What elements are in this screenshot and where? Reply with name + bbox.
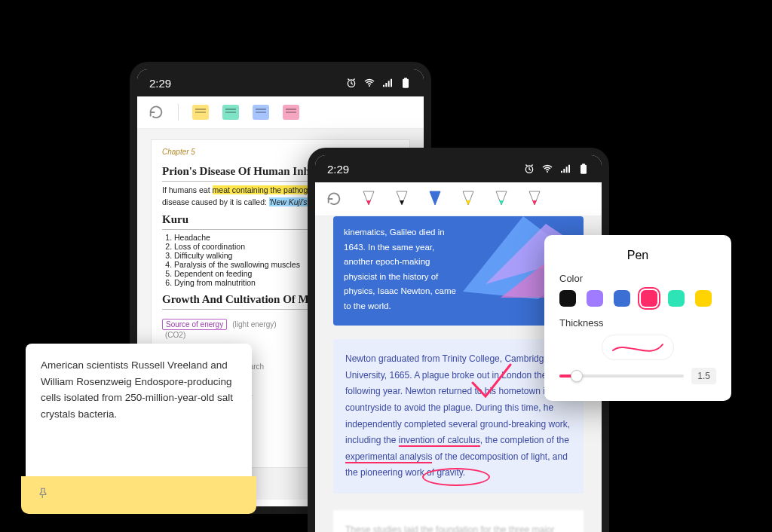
svg-marker-18	[466, 200, 470, 205]
signal-icon	[381, 77, 394, 89]
status-time: 2:29	[327, 163, 349, 176]
alarm-icon	[345, 77, 357, 89]
svg-point-9	[547, 171, 548, 173]
color-row	[559, 290, 716, 307]
sticky-color-yellow[interactable]	[192, 105, 209, 120]
thickness-curve-icon	[611, 340, 664, 355]
wifi-icon	[363, 77, 375, 89]
svg-marker-16	[430, 191, 440, 205]
pin-icon[interactable]	[36, 487, 50, 500]
status-icons	[345, 77, 412, 89]
color-swatch-yellow[interactable]	[695, 290, 712, 307]
svg-rect-10	[581, 165, 587, 174]
signal-icon	[559, 163, 571, 175]
undo-icon[interactable]	[326, 191, 342, 207]
status-time: 2:29	[149, 77, 171, 90]
status-bar: 2:29	[315, 155, 602, 182]
alarm-icon	[523, 163, 535, 175]
highlighter-toolbar	[137, 96, 424, 129]
blue-card-text: kinematics, Galileo died in 1643. In the…	[344, 225, 457, 313]
svg-marker-15	[400, 200, 404, 205]
svg-marker-22	[532, 200, 537, 205]
sub-energy-note2: (CO2)	[165, 331, 185, 339]
color-swatch-black[interactable]	[559, 290, 576, 307]
paragraph-faded: These studies laid the foundation for th…	[333, 510, 584, 532]
svg-point-1	[369, 85, 370, 87]
sticky-color-blue[interactable]	[253, 105, 269, 120]
pen-tool-teal[interactable]	[495, 190, 508, 208]
pen-tool-blue[interactable]	[428, 190, 442, 208]
thickness-value: 1.5	[691, 368, 716, 384]
svg-marker-20	[499, 200, 504, 205]
sticky-note-text: American scientists Russell Vreeland and…	[41, 357, 237, 422]
thickness-slider-row: 1.5	[559, 368, 716, 384]
thickness-label: Thickness	[559, 317, 716, 329]
svg-rect-11	[582, 164, 585, 165]
status-icons	[523, 163, 590, 175]
pen-panel-title: Pen	[559, 249, 716, 262]
pen-tool-pink[interactable]	[362, 190, 375, 208]
pen-checkmark-annotation	[469, 360, 514, 405]
sticky-note[interactable]: American scientists Russell Vreeland and…	[26, 344, 252, 509]
sub-energy: Source of energy	[162, 319, 227, 330]
pen-circled-text: work of gravity.	[405, 467, 465, 478]
status-bar: 2:29	[137, 69, 424, 96]
pen-tool-red[interactable]	[528, 190, 541, 208]
svg-rect-3	[404, 78, 407, 79]
toolbar-divider	[178, 104, 179, 121]
pen-tool-black[interactable]	[395, 190, 409, 208]
color-swatch-purple[interactable]	[587, 290, 603, 307]
pen-settings-panel: Pen Color Thickness 1.5	[544, 235, 731, 401]
battery-icon	[400, 77, 412, 89]
svg-rect-2	[403, 79, 409, 88]
sub-energy-note1: (light energy)	[232, 320, 276, 329]
wifi-icon	[541, 163, 553, 175]
thickness-slider-thumb[interactable]	[571, 370, 583, 382]
pen-toolbar	[315, 182, 602, 216]
color-swatch-blue[interactable]	[614, 290, 630, 307]
thickness-slider[interactable]	[559, 375, 684, 378]
pen-underline: experimental analysis	[345, 451, 432, 463]
svg-marker-13	[366, 200, 371, 205]
color-swatch-teal[interactable]	[668, 290, 685, 307]
thickness-preview	[602, 335, 674, 360]
sticky-note-fold	[225, 482, 252, 509]
pen-tool-yellow[interactable]	[461, 190, 475, 208]
sticky-note-fold-bg	[21, 476, 256, 514]
undo-icon[interactable]	[148, 104, 164, 121]
sticky-color-pink[interactable]	[283, 105, 299, 120]
color-label: Color	[559, 273, 716, 284]
pen-underline: invention of calculus	[399, 435, 480, 447]
color-swatch-pink[interactable]	[641, 290, 657, 307]
battery-icon	[577, 163, 590, 175]
sticky-color-green[interactable]	[222, 105, 239, 120]
